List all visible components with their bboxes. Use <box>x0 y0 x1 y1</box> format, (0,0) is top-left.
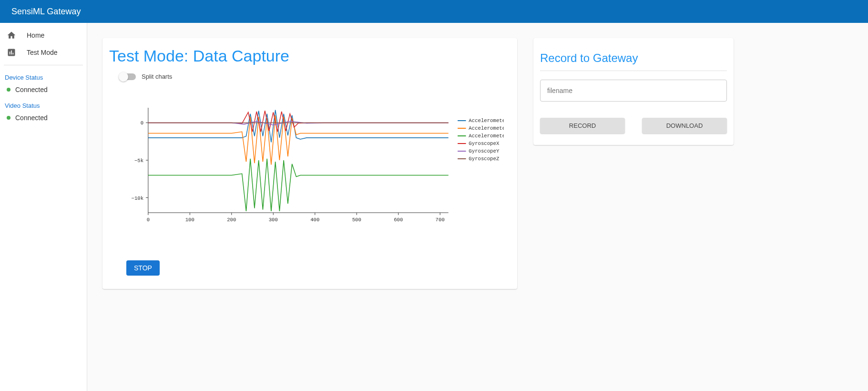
status-label: Connected <box>15 114 48 122</box>
device-status-item: Connected <box>0 84 87 97</box>
svg-text:600: 600 <box>394 217 403 223</box>
sidebar-item-test-mode[interactable]: Test Mode <box>0 44 87 61</box>
split-charts-toggle[interactable] <box>120 73 136 80</box>
data-capture-card: Test Mode: Data Capture Split charts 0−5… <box>102 38 517 289</box>
video-status-heading: Video Status <box>0 97 87 112</box>
svg-text:0: 0 <box>141 120 143 126</box>
divider <box>4 65 83 65</box>
svg-text:400: 400 <box>310 217 319 223</box>
page-title: Test Mode: Data Capture <box>109 47 511 65</box>
svg-text:GyroscopeZ: GyroscopeZ <box>469 156 499 162</box>
svg-text:AccelerometerY: AccelerometerY <box>469 125 504 131</box>
sidebar-item-home[interactable]: Home <box>0 27 87 44</box>
svg-text:AccelerometerZ: AccelerometerZ <box>469 133 504 139</box>
svg-text:100: 100 <box>185 217 194 223</box>
device-status-heading: Device Status <box>0 69 87 84</box>
svg-text:500: 500 <box>352 217 361 223</box>
sidebar-item-label: Home <box>27 31 44 39</box>
svg-text:−10k: −10k <box>132 195 144 201</box>
filename-input[interactable] <box>540 80 727 102</box>
svg-text:200: 200 <box>227 217 236 223</box>
video-status-item: Connected <box>0 112 87 125</box>
bar-chart-icon <box>7 48 16 57</box>
divider <box>540 71 727 71</box>
home-icon <box>7 31 16 40</box>
app-header: SensiML Gateway <box>0 0 868 23</box>
status-dot-icon <box>7 88 10 92</box>
sidebar: Home Test Mode Device Status Connected V… <box>0 23 87 391</box>
split-charts-label: Split charts <box>142 73 172 80</box>
svg-text:AccelerometerX: AccelerometerX <box>469 118 504 123</box>
record-panel: Record to Gateway Record Download <box>533 38 734 145</box>
svg-text:700: 700 <box>436 217 445 223</box>
sidebar-item-label: Test Mode <box>27 49 58 56</box>
svg-text:GyroscopeX: GyroscopeX <box>469 141 499 146</box>
svg-text:0: 0 <box>147 217 150 223</box>
stop-button[interactable]: Stop <box>126 260 160 276</box>
record-title: Record to Gateway <box>533 38 734 71</box>
record-button[interactable]: Record <box>540 118 625 134</box>
status-dot-icon <box>7 116 10 120</box>
download-button[interactable]: Download <box>642 118 727 134</box>
svg-text:−5k: −5k <box>134 158 143 164</box>
app-title: SensiML Gateway <box>11 7 81 17</box>
svg-text:GyroscopeY: GyroscopeY <box>469 148 499 154</box>
svg-text:300: 300 <box>269 217 278 223</box>
sensor-chart: 0−5k−10k0100200300400500600700Accelerome… <box>116 89 504 251</box>
status-label: Connected <box>15 86 48 93</box>
